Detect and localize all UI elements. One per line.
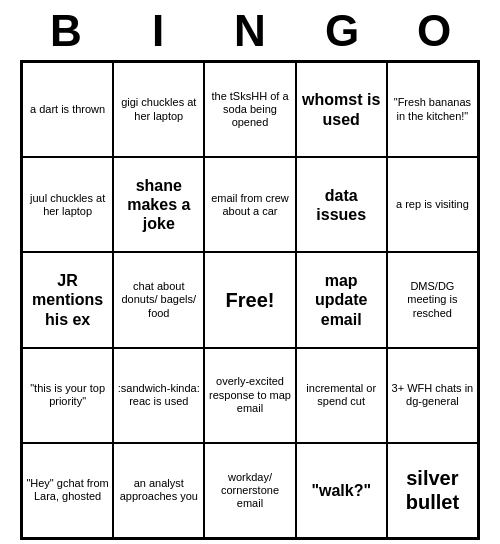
- bingo-grid: a dart is throwngigi chuckles at her lap…: [20, 60, 480, 540]
- bingo-cell-1[interactable]: gigi chuckles at her laptop: [113, 62, 204, 157]
- bingo-cell-4[interactable]: "Fresh bananas in the kitchen!": [387, 62, 478, 157]
- bingo-cell-7[interactable]: email from crew about a car: [204, 157, 295, 252]
- bingo-cell-19[interactable]: 3+ WFH chats in dg-general: [387, 348, 478, 443]
- bingo-cell-11[interactable]: chat about donuts/ bagels/ food: [113, 252, 204, 347]
- bingo-cell-21[interactable]: an analyst approaches you: [113, 443, 204, 538]
- title-n: N: [206, 6, 294, 56]
- bingo-cell-20[interactable]: "Hey" gchat from Lara, ghosted: [22, 443, 113, 538]
- title-o: O: [390, 6, 478, 56]
- bingo-cell-0[interactable]: a dart is thrown: [22, 62, 113, 157]
- bingo-cell-16[interactable]: :sandwich-kinda: reac is used: [113, 348, 204, 443]
- bingo-cell-13[interactable]: map update email: [296, 252, 387, 347]
- bingo-title: B I N G O: [20, 0, 480, 60]
- bingo-cell-24[interactable]: silver bullet: [387, 443, 478, 538]
- title-g: G: [298, 6, 386, 56]
- bingo-cell-5[interactable]: juul chuckles at her laptop: [22, 157, 113, 252]
- bingo-cell-12[interactable]: Free!: [204, 252, 295, 347]
- bingo-cell-14[interactable]: DMS/DG meeting is resched: [387, 252, 478, 347]
- bingo-cell-15[interactable]: "this is your top priority": [22, 348, 113, 443]
- bingo-cell-18[interactable]: incremental or spend cut: [296, 348, 387, 443]
- bingo-cell-22[interactable]: workday/ cornerstone email: [204, 443, 295, 538]
- title-i: I: [114, 6, 202, 56]
- bingo-cell-9[interactable]: a rep is visiting: [387, 157, 478, 252]
- bingo-cell-6[interactable]: shane makes a joke: [113, 157, 204, 252]
- bingo-cell-17[interactable]: overly-excited response to map email: [204, 348, 295, 443]
- bingo-cell-23[interactable]: "walk?": [296, 443, 387, 538]
- title-b: B: [22, 6, 110, 56]
- bingo-cell-10[interactable]: JR mentions his ex: [22, 252, 113, 347]
- bingo-cell-2[interactable]: the tSksHH of a soda being opened: [204, 62, 295, 157]
- bingo-cell-8[interactable]: data issues: [296, 157, 387, 252]
- bingo-cell-3[interactable]: whomst is used: [296, 62, 387, 157]
